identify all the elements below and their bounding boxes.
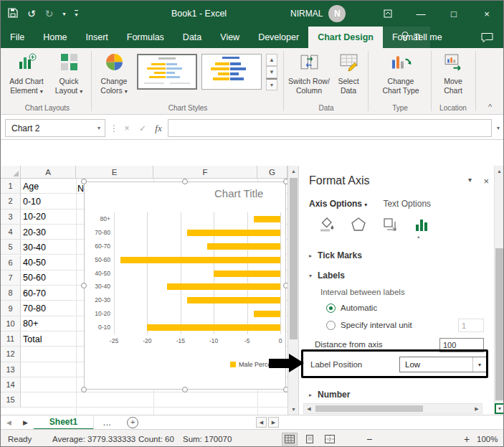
hscroll-left-icon[interactable]: ◀ — [256, 417, 267, 428]
ribbon-tab-view[interactable]: View — [211, 27, 249, 48]
row-header-9[interactable]: 9 — [1, 301, 21, 316]
qat-dropdown-icon[interactable]: ▾ — [62, 11, 65, 17]
sheet-nav-right-icon[interactable]: ▶ — [17, 419, 34, 426]
row-header-10[interactable]: 10 — [1, 316, 21, 331]
name-box-dropdown-icon[interactable]: ▾ — [98, 125, 105, 131]
enter-icon[interactable]: ✓ — [135, 119, 150, 137]
undo-icon[interactable]: ↺ — [27, 8, 36, 19]
scroll-up-icon[interactable]: ▲ — [494, 166, 504, 177]
row-header-12[interactable]: 12 — [1, 347, 21, 362]
account-area[interactable]: NIRMAL N — [290, 1, 346, 27]
chart-category-label[interactable]: 20-30 — [85, 296, 110, 304]
new-sheet-icon[interactable]: + — [127, 417, 138, 428]
chart-category-label[interactable]: 50-60 — [85, 256, 110, 263]
axis-options-chart-icon[interactable] — [411, 215, 432, 235]
automatic-label[interactable]: Automatic — [341, 304, 377, 312]
ribbon-tab-home[interactable]: Home — [34, 27, 76, 48]
normal-view-icon[interactable] — [282, 433, 298, 446]
cancel-icon[interactable]: × — [120, 119, 134, 137]
move-chart-button[interactable]: Move Chart — [437, 52, 470, 95]
specify-interval-input[interactable] — [458, 319, 484, 332]
save-icon[interactable] — [8, 8, 18, 20]
row-header-1[interactable]: 1 — [1, 179, 21, 194]
sheet-tab-sheet1[interactable]: Sheet1 — [34, 415, 94, 430]
column-header-A[interactable]: A — [21, 166, 76, 179]
chart-bar[interactable] — [187, 297, 280, 304]
section-labels[interactable]: ▾ Labels — [309, 270, 345, 281]
selection-handle[interactable] — [182, 179, 188, 184]
redo-icon[interactable]: ↻ — [45, 8, 54, 19]
chart-bar[interactable] — [254, 216, 280, 222]
select-data-button[interactable]: Select Data — [333, 52, 364, 95]
scroll-down-icon[interactable]: ▼ — [288, 404, 299, 415]
chart-bar[interactable] — [167, 283, 280, 290]
ribbon-tab-file[interactable]: File — [1, 27, 34, 48]
chart-bar[interactable] — [207, 243, 280, 250]
chart-area[interactable]: Chart Title Male PercentageFem -25-20-15… — [84, 182, 286, 390]
scroll-thumb[interactable] — [290, 178, 298, 339]
cell-a9[interactable]: 70-80 — [23, 301, 46, 316]
chart-category-label[interactable]: 0-10 — [85, 324, 110, 331]
sheet-tab-more[interactable]: … — [94, 418, 120, 428]
gallery-more-icon[interactable]: ▾ — [266, 78, 277, 90]
row-header-2[interactable]: 2 — [1, 194, 21, 209]
maximize-button[interactable]: □ — [437, 1, 470, 27]
cell-a1[interactable]: Age — [23, 179, 39, 194]
ribbon-tab-data[interactable]: Data — [173, 27, 211, 48]
minimize-button[interactable]: — — [404, 1, 437, 27]
effects-icon[interactable] — [348, 215, 369, 235]
chart-category-label[interactable]: 30-40 — [85, 283, 110, 290]
section-number[interactable]: ▸ Number — [309, 390, 350, 400]
pane-close-icon[interactable]: × — [483, 176, 489, 187]
cell-a8[interactable]: 60-70 — [23, 286, 46, 301]
chart-style-2-thumbnail[interactable] — [201, 54, 262, 90]
cell-a2[interactable]: 0-10 — [23, 194, 41, 209]
selection-handle[interactable] — [283, 387, 287, 392]
row-header-14[interactable]: 14 — [1, 377, 21, 392]
scroll-thumb[interactable] — [315, 405, 423, 412]
row-header-7[interactable]: 7 — [1, 270, 21, 286]
chart-title[interactable]: Chart Title — [214, 187, 263, 199]
switch-row-column-button[interactable]: Switch Row/ Column — [287, 52, 331, 95]
size-properties-icon[interactable] — [379, 215, 401, 235]
chart-bar[interactable] — [187, 230, 280, 236]
tab-axis-options[interactable]: Axis Options ▾ — [309, 199, 367, 209]
chart-style-1-thumbnail[interactable] — [137, 54, 197, 90]
row-header-5[interactable]: 5 — [1, 240, 21, 255]
row-header-11[interactable]: 11 — [1, 331, 21, 347]
cell-a7[interactable]: 50-60 — [23, 270, 46, 286]
chart-bar[interactable] — [120, 257, 280, 263]
row-header-13[interactable]: 13 — [1, 362, 21, 377]
scroll-left-icon[interactable]: ◀ — [304, 404, 314, 413]
chart-category-label[interactable]: 80+ — [85, 215, 110, 222]
add-chart-element-button[interactable]: Add Chart Element ▾ — [5, 52, 48, 95]
zoom-level[interactable]: 100% — [477, 430, 498, 447]
row-header-15[interactable]: 15 — [1, 392, 21, 408]
selection-handle[interactable] — [81, 283, 87, 288]
chart-bar[interactable] — [254, 311, 280, 317]
pane-collapse-icon[interactable]: ▾ — [468, 176, 472, 184]
scroll-up-icon[interactable]: ▲ — [288, 166, 299, 177]
row-header-4[interactable]: 4 — [1, 225, 21, 240]
scroll-thumb[interactable] — [495, 248, 503, 400]
quick-layout-button[interactable]: Quick Layout ▾ — [51, 52, 87, 95]
chart-category-label[interactable]: 40-50 — [85, 270, 110, 277]
cell-a4[interactable]: 20-30 — [23, 225, 46, 240]
row-header-3[interactable]: 3 — [1, 210, 21, 225]
chart-object[interactable]: Chart Title Male PercentageFem -25-20-15… — [84, 182, 286, 390]
ribbon-display-options-icon[interactable] — [371, 1, 404, 27]
change-colors-button[interactable]: Change Colors ▾ — [95, 52, 133, 95]
chart-category-label[interactable]: 60-70 — [85, 243, 110, 250]
scroll-down-icon[interactable]: ▼ — [495, 403, 504, 414]
chart-category-label[interactable]: 70-80 — [85, 229, 110, 236]
name-box[interactable]: Chart 2 ▾ — [5, 119, 105, 137]
ribbon-tab-formulas[interactable]: Formulas — [118, 27, 173, 48]
column-header-G[interactable]: G — [257, 166, 287, 179]
close-button[interactable]: × — [470, 1, 503, 27]
ribbon-tab-chart-design[interactable]: Chart Design — [308, 27, 383, 48]
tab-text-options[interactable]: Text Options — [383, 199, 431, 209]
cell-a11[interactable]: Total — [23, 331, 42, 347]
page-break-view-icon[interactable] — [322, 433, 338, 446]
insert-function-icon[interactable]: fx — [151, 119, 166, 137]
cell-a6[interactable]: 40-50 — [23, 255, 46, 270]
